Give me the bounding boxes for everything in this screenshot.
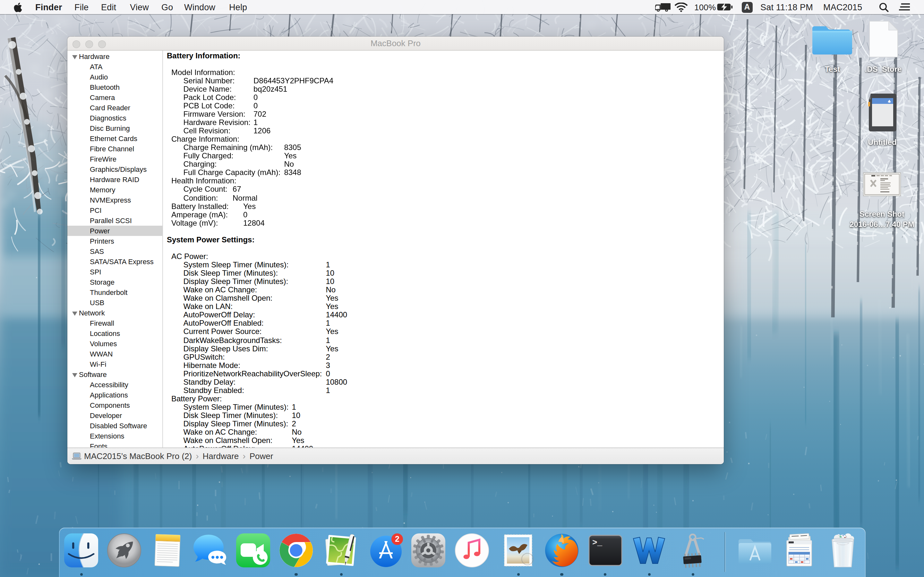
svg-text:>_: >_ bbox=[592, 538, 602, 548]
svg-text:2: 2 bbox=[395, 534, 399, 543]
